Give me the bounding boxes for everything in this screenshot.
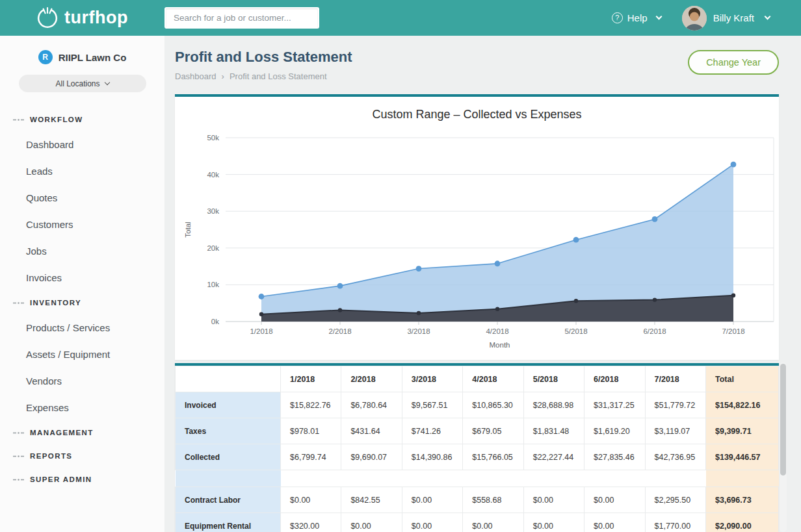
sidebar-item-invoices[interactable]: Invoices (0, 264, 164, 291)
breadcrumb-separator: › (222, 71, 224, 81)
cell: $0.00 (402, 513, 462, 532)
sidebar-section-reports[interactable]: REPORTS (0, 444, 164, 468)
total-cell: $3,696.73 (706, 487, 779, 513)
point-expenses-2-2018[interactable] (338, 308, 342, 312)
sidebar-item-leads[interactable]: Leads (0, 158, 164, 184)
y-tick-label: 50k (207, 134, 219, 142)
cell: $1,831.48 (523, 418, 584, 444)
table-row-equipment-rental: Equipment Rental$320.00$0.00$0.00$0.00$0… (176, 513, 779, 532)
cell: $431.64 (341, 418, 402, 444)
point-collected-5-2018[interactable] (573, 237, 579, 243)
cell: $978.01 (281, 418, 341, 444)
point-collected-2-2018[interactable] (337, 283, 343, 289)
sidebar-item-products-services[interactable]: Products / Services (0, 314, 164, 341)
point-collected-6-2018[interactable] (652, 216, 658, 222)
cell: $31,317.25 (584, 392, 645, 418)
cell: $0.00 (523, 487, 584, 513)
sidebar-item-assets-equipment[interactable]: Assets / Equipment (0, 341, 164, 368)
main-content: Profit and Loss Statement Dashboard › Pr… (164, 36, 801, 532)
cell: $10,865.30 (463, 392, 523, 418)
point-collected-3-2018[interactable] (416, 266, 422, 272)
section-dash-icon (13, 453, 24, 459)
cell: $0.00 (281, 487, 341, 513)
sidebar-section-workflow[interactable]: WORKFLOW (0, 108, 164, 131)
table-row-contract-labor: Contract Labor$0.00$842.55$0.00$558.68$0… (176, 487, 779, 513)
point-expenses-7-2018[interactable] (731, 294, 735, 298)
cell: $0.00 (584, 513, 645, 532)
x-tick-label: 2/2018 (328, 327, 351, 335)
sidebar-item-quotes[interactable]: Quotes (0, 184, 164, 211)
total-cell: $139,446.57 (706, 444, 779, 470)
month-header: 4/2018 (463, 366, 523, 392)
cell: $0.00 (523, 513, 584, 532)
point-expenses-5-2018[interactable] (574, 299, 578, 303)
cell: $679.05 (463, 418, 523, 444)
sidebar-item-expenses[interactable]: Expenses (0, 394, 164, 421)
sidebar-item-jobs[interactable]: Jobs (0, 238, 164, 264)
cell: $2,295.50 (645, 487, 705, 513)
table-row-taxes: Taxes$978.01$431.64$741.26$679.05$1,831.… (176, 418, 779, 444)
help-icon: ? (612, 12, 623, 23)
collected-vs-expenses-chart: 0k10k20k30k40k50k1/20182/20183/20184/201… (175, 128, 779, 357)
section-dash-icon (13, 477, 24, 483)
point-collected-4-2018[interactable] (495, 260, 501, 266)
point-collected-7-2018[interactable] (731, 162, 737, 168)
breadcrumb-current: Profit and Loss Statement (230, 71, 327, 81)
cell: $51,779.72 (645, 392, 705, 418)
table-scrollbar[interactable] (780, 362, 787, 532)
help-menu[interactable]: ? Help (612, 12, 661, 23)
chevron-down-icon (765, 14, 771, 20)
sidebar-item-dashboard[interactable]: Dashboard (0, 131, 164, 158)
point-expenses-6-2018[interactable] (653, 298, 657, 301)
cell: $15,822.76 (281, 392, 341, 418)
user-menu[interactable]: Billy Kraft (682, 6, 770, 31)
total-cell (706, 470, 779, 487)
cell: $42,736.95 (645, 444, 705, 470)
point-expenses-1-2018[interactable] (259, 312, 263, 316)
x-tick-label: 3/2018 (407, 327, 430, 335)
company-badge: R (38, 50, 53, 64)
cell: $0.00 (463, 513, 523, 532)
table-row-collected: Collected$6,799.74$9,690.07$14,390.86$15… (176, 444, 779, 470)
point-expenses-3-2018[interactable] (417, 311, 421, 315)
chevron-down-icon (104, 80, 109, 85)
cell: $14,390.86 (402, 444, 462, 470)
area-collected (261, 164, 733, 322)
cell: $842.55 (341, 487, 402, 513)
cell (645, 470, 705, 487)
row-label (176, 470, 281, 487)
point-expenses-4-2018[interactable] (495, 307, 499, 311)
point-collected-1-2018[interactable] (259, 294, 265, 299)
y-tick-label: 20k (207, 244, 219, 252)
brand-wordmark: turfhop (64, 8, 128, 28)
scrollbar-thumb[interactable] (780, 364, 786, 475)
section-label: WORKFLOW (30, 116, 83, 123)
topbar-right: ? Help Billy Kraft (612, 6, 801, 31)
sidebar: R RIIPL Lawn Co All Locations WORKFLOWDa… (0, 36, 164, 532)
section-label: SUPER ADMIN (30, 475, 92, 483)
month-header: 6/2018 (584, 366, 645, 392)
x-tick-label: 4/2018 (486, 327, 508, 335)
brand[interactable]: turfhop (0, 7, 164, 29)
section-dash-icon (13, 430, 24, 436)
cell: $9,690.07 (341, 444, 402, 470)
search-input[interactable] (164, 7, 319, 29)
sidebar-section-inventory[interactable]: INVENTORY (0, 291, 164, 314)
locations-dropdown[interactable]: All Locations (19, 75, 146, 92)
section-dash-icon (13, 300, 24, 306)
cell: $27,835.46 (584, 444, 645, 470)
table-header-row: 1/20182/20183/20184/20185/20186/20187/20… (176, 366, 779, 392)
company-switcher[interactable]: R RIIPL Lawn Co (0, 36, 164, 64)
sidebar-section-management[interactable]: MANAGEMENT (0, 421, 164, 444)
chart-title: Custom Range – Collected vs Expenses (175, 97, 779, 128)
help-label: Help (627, 12, 648, 23)
sidebar-item-vendors[interactable]: Vendors (0, 368, 164, 394)
change-year-button[interactable]: Change Year (688, 50, 779, 75)
sidebar-section-super-admin[interactable]: SUPER ADMIN (0, 468, 164, 491)
x-axis-label: Month (490, 341, 510, 349)
pl-table-card: 1/20182/20183/20184/20185/20186/20187/20… (175, 363, 779, 532)
breadcrumb-dashboard[interactable]: Dashboard (175, 71, 217, 81)
table-row-invoiced: Invoiced$15,822.76$6,780.64$9,567.51$10,… (176, 392, 779, 418)
sidebar-item-customers[interactable]: Customers (0, 211, 164, 238)
row-label: Taxes (176, 418, 281, 444)
